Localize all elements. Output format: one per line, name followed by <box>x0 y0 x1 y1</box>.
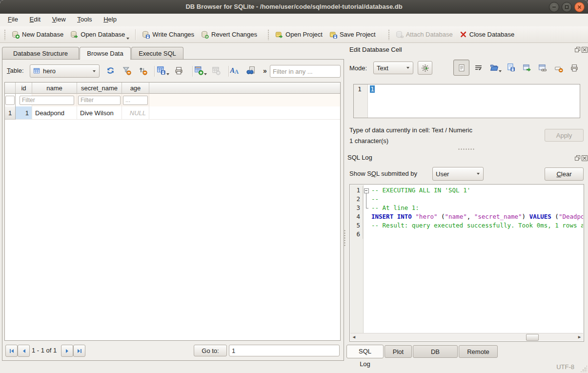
toolbar-drag-handle[interactable] <box>4 29 6 40</box>
edit-cell-float-button[interactable] <box>574 46 581 53</box>
menu-tools[interactable]: Tools <box>72 14 97 25</box>
save-project-button[interactable]: Save Project <box>326 28 379 41</box>
edit-display-format-button[interactable]: AA <box>230 66 239 75</box>
find-in-cells-button[interactable] <box>246 66 255 75</box>
open-database-button[interactable]: Open Database <box>67 28 133 41</box>
cell-editor-content[interactable]: 1 <box>370 85 375 93</box>
import-file-dropdown-arrow[interactable] <box>499 70 502 72</box>
print-cell-button[interactable] <box>570 63 579 72</box>
first-page-button[interactable] <box>5 345 18 357</box>
previous-page-button[interactable] <box>18 345 30 357</box>
dock-tab-remote[interactable]: Remote <box>459 345 498 358</box>
cell-type-info: Type of data currently in cell: Text / N… <box>349 126 472 134</box>
open-database-dropdown-arrow[interactable] <box>126 38 129 40</box>
tab-database-structure[interactable]: Database Structure <box>2 47 79 59</box>
toolbar-overflow-chevron[interactable]: » <box>263 67 267 75</box>
export-table-button[interactable] <box>157 66 169 75</box>
menu-edit[interactable]: Edit <box>25 14 45 25</box>
refresh-button[interactable] <box>106 66 115 75</box>
set-null-button[interactable] <box>554 64 563 73</box>
clear-filters-button[interactable] <box>122 66 131 75</box>
auto-mode-button[interactable] <box>418 61 432 75</box>
cell-secret-name[interactable]: Dive Wilson <box>77 106 122 120</box>
toolbar-drag-handle[interactable] <box>267 29 270 40</box>
resize-grip[interactable] <box>580 365 587 372</box>
menu-view[interactable]: View <box>47 14 71 25</box>
tab-browse-data[interactable]: Browse Data <box>80 47 131 60</box>
write-changes-button[interactable]: Write Changes <box>139 28 198 41</box>
close-button[interactable] <box>574 2 585 12</box>
word-wrap-button[interactable] <box>474 64 483 72</box>
menu-file[interactable]: File <box>3 14 23 25</box>
row-header[interactable]: 1 <box>5 106 16 120</box>
mode-combo[interactable]: Text <box>373 62 413 74</box>
edit-cell-close-button[interactable] <box>581 46 588 53</box>
dock-tab-sql-log[interactable]: SQL Log <box>346 345 384 358</box>
sql-source-combo[interactable]: User <box>432 167 484 181</box>
data-grid: id name secret_name age 1 1 Deadpond Div… <box>4 82 341 341</box>
sql-log-float-button[interactable] <box>574 155 581 161</box>
insert-record-button[interactable] <box>194 66 207 75</box>
goto-button[interactable]: Go to: <box>194 345 227 356</box>
column-header-secret-name[interactable]: secret_name <box>77 83 122 94</box>
cell-id[interactable]: 1 <box>16 106 32 120</box>
export-table-dropdown-arrow[interactable] <box>166 73 169 75</box>
new-database-button[interactable]: New Database <box>8 28 67 41</box>
column-header-id[interactable]: id <box>16 83 32 94</box>
cell-age[interactable]: NULL <box>122 106 149 120</box>
scrollbar-thumb[interactable] <box>526 334 539 341</box>
close-panel-icon <box>582 155 588 161</box>
clear-log-button[interactable]: Clear <box>545 167 584 181</box>
filter-input-name[interactable] <box>20 96 74 105</box>
export-file-button[interactable] <box>507 63 515 72</box>
filter-any-input[interactable] <box>270 65 341 78</box>
menu-help[interactable]: Help <box>99 14 122 25</box>
sql-log-editor[interactable]: 1-- EXECUTING ALL IN 'SQL 1'2--3-- At li… <box>349 184 584 342</box>
sql-log-dock-title[interactable]: SQL Log <box>347 154 372 161</box>
table-icon <box>33 67 41 75</box>
clear-sorting-button[interactable] <box>138 66 147 75</box>
toolbar-drag-handle[interactable] <box>388 29 390 40</box>
copy-link-button[interactable] <box>538 63 547 72</box>
sql-log-hscrollbar[interactable]: ◀ ▶ <box>350 333 583 341</box>
dock-tab-db-schema[interactable]: DB Schema <box>413 345 458 358</box>
sql-log-lines: 1-- EXECUTING ALL IN 'SQL 1'2--3-- At li… <box>350 186 583 333</box>
sql-log-close-button[interactable] <box>581 155 588 161</box>
column-header-name[interactable]: name <box>32 83 77 94</box>
next-page-button[interactable] <box>61 345 73 357</box>
open-in-external-button[interactable] <box>523 63 531 72</box>
table-select-combo[interactable]: hero <box>30 64 100 78</box>
cell-name[interactable]: Deadpond <box>32 106 77 120</box>
text-mode-button[interactable] <box>453 60 469 76</box>
last-page-button[interactable] <box>73 345 85 357</box>
cell-filler <box>149 106 340 120</box>
scroll-right-arrow[interactable]: ▶ <box>576 333 583 340</box>
cell-editor[interactable]: 1 1 <box>353 84 580 118</box>
titlebar[interactable]: DB Browser for SQLite - /home/user/code/… <box>0 0 588 14</box>
goto-input[interactable] <box>229 345 340 356</box>
open-project-button[interactable]: Open Project <box>272 28 326 41</box>
import-file-button[interactable] <box>490 63 502 72</box>
revert-changes-button[interactable]: Revert Changes <box>198 28 261 41</box>
filter-input-age[interactable] <box>123 96 148 105</box>
tab-execute-sql[interactable]: Execute SQL <box>131 47 183 59</box>
sql-log-line: 2-- <box>350 195 583 204</box>
minimize-button[interactable] <box>549 2 559 12</box>
filter-input-id[interactable] <box>5 96 15 105</box>
grid-corner[interactable] <box>5 83 16 94</box>
gear-icon <box>421 64 429 72</box>
scroll-left-arrow[interactable]: ◀ <box>350 333 358 340</box>
fold-marker[interactable] <box>363 186 370 195</box>
insert-record-dropdown-arrow[interactable] <box>204 73 207 75</box>
column-header-age[interactable]: age <box>122 83 149 94</box>
mode-value: Text <box>377 64 388 72</box>
dock-tab-plot[interactable]: Plot <box>385 345 412 358</box>
maximize-button[interactable] <box>562 2 572 12</box>
close-database-button[interactable]: Close Database <box>456 28 518 41</box>
edit-cell-dock-title[interactable]: Edit Database Cell <box>349 46 402 53</box>
word-wrap-icon <box>474 64 483 72</box>
filter-input-secret-name[interactable] <box>78 96 121 105</box>
dock-splitter-handle[interactable] <box>458 148 474 151</box>
filter-cell-name <box>32 94 77 106</box>
print-button[interactable] <box>174 66 183 75</box>
